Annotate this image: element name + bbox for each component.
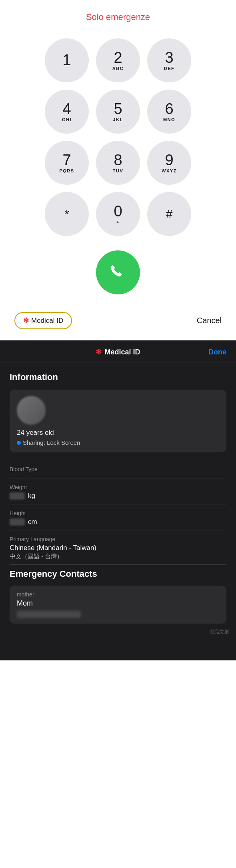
sharing-text: Sharing: Lock Screen xyxy=(23,439,80,446)
weight-value: kg xyxy=(10,492,226,500)
dialer-bottom-bar: ✻ Medical ID Cancel xyxy=(0,306,236,340)
call-button[interactable] xyxy=(96,250,140,294)
avatar xyxy=(17,396,46,425)
info-card: 24 years old Sharing: Lock Screen xyxy=(10,390,226,452)
sharing-dot xyxy=(17,441,21,445)
watermark-text: 潮品文創 xyxy=(210,628,229,635)
medical-section: ✻ Medical ID Done Information 24 years o… xyxy=(0,340,236,660)
height-label: Height xyxy=(10,510,226,516)
key-5[interactable]: 5 JKL xyxy=(96,90,140,134)
age-text: 24 years old xyxy=(17,429,219,437)
key-2[interactable]: 2 ABC xyxy=(96,38,140,82)
weight-row: Weight kg xyxy=(10,478,226,504)
medical-id-label: Medical ID xyxy=(31,317,63,325)
contact-card: mother Mom xyxy=(10,586,226,624)
language-label: Primary Language xyxy=(10,536,226,542)
dialer-section: Solo emergenze 1 2 ABC 3 DEF 4 GHI 5 JKL… xyxy=(0,0,236,340)
done-button[interactable]: Done xyxy=(208,348,226,356)
medical-body: Information 24 years old Sharing: Lock S… xyxy=(0,362,236,624)
watermark: 潮品文創 xyxy=(0,624,236,635)
blood-type-label: Blood Type xyxy=(10,466,226,472)
height-row: Height cm xyxy=(10,504,226,530)
height-unit: cm xyxy=(28,518,37,526)
cancel-button[interactable]: Cancel xyxy=(197,316,222,325)
emergency-contacts-heading: Emergency Contacts xyxy=(10,569,226,579)
height-value: cm xyxy=(10,518,226,526)
language-sub: 中文（國語 - 台灣） xyxy=(10,553,226,560)
height-blur-block xyxy=(10,518,25,526)
medical-id-header-title: ✻ Medical ID xyxy=(96,348,140,356)
sharing-row: Sharing: Lock Screen xyxy=(17,439,219,446)
medical-header-asterisk: ✻ xyxy=(96,348,102,356)
key-hash[interactable]: # xyxy=(147,192,191,236)
call-icon xyxy=(109,264,127,281)
medical-header-text: Medical ID xyxy=(104,348,140,356)
dialer-title: Solo emergenze xyxy=(86,12,150,22)
key-0[interactable]: 0 + xyxy=(96,192,140,236)
keypad: 1 2 ABC 3 DEF 4 GHI 5 JKL 6 MNO 7 PQRS xyxy=(45,38,191,236)
language-row: Primary Language Chinese (Mandarin - Tai… xyxy=(10,530,226,565)
weight-unit: kg xyxy=(28,492,35,500)
key-8[interactable]: 8 TUV xyxy=(96,141,140,185)
contact-name: Mom xyxy=(17,599,219,608)
medical-id-button[interactable]: ✻ Medical ID xyxy=(14,312,72,329)
information-heading: Information xyxy=(10,372,226,382)
weight-label: Weight xyxy=(10,484,226,490)
weight-blur-block xyxy=(10,492,25,500)
key-6[interactable]: 6 MNO xyxy=(147,90,191,134)
language-value: Chinese (Mandarin - Taiwan) xyxy=(10,544,226,552)
medical-id-asterisk: ✻ xyxy=(23,316,29,325)
key-9[interactable]: 9 WXYZ xyxy=(147,141,191,185)
emergency-contacts-section: Emergency Contacts mother Mom xyxy=(10,569,226,624)
key-3[interactable]: 3 DEF xyxy=(147,38,191,82)
key-7[interactable]: 7 PQRS xyxy=(45,141,89,185)
contact-phone-blur xyxy=(17,611,81,618)
medical-id-header: ✻ Medical ID Done xyxy=(0,340,236,362)
key-star[interactable]: * xyxy=(45,192,89,236)
contact-relation: mother xyxy=(17,591,219,598)
key-4[interactable]: 4 GHI xyxy=(45,90,89,134)
key-1[interactable]: 1 xyxy=(45,38,89,82)
blood-type-row: Blood Type xyxy=(10,460,226,478)
call-button-wrap xyxy=(96,250,140,294)
